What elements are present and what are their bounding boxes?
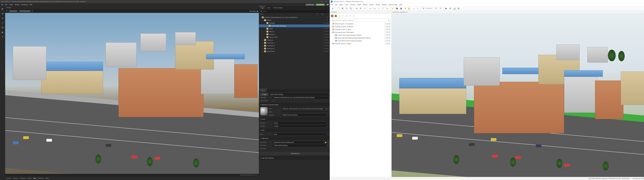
- minimize-button[interactable]: ─: [314, 0, 318, 3]
- pointer-tool[interactable]: ➤: [331, 7, 334, 10]
- layer-checkbox[interactable]: [387, 40, 388, 41]
- eye-icon[interactable]: 👁: [323, 36, 324, 38]
- menu-terrains[interactable]: Terrains: [350, 4, 355, 5]
- expand-icon[interactable]: ▸: [331, 23, 332, 24]
- texture-tool[interactable]: ▦: [399, 7, 403, 10]
- chevron-icon[interactable]: ▸: [265, 36, 266, 38]
- circle-tool[interactable]: ○: [377, 7, 380, 10]
- menu-window[interactable]: Window: [15, 4, 20, 5]
- expand-icon[interactable]: ▸: [334, 37, 334, 39]
- tree-row[interactable]: ▸Lights👁XForm: [259, 27, 330, 30]
- locate-icon[interactable]: ⊙: [328, 108, 328, 110]
- menu-arcgis-urban[interactable]: ArcGIS Urban: [388, 4, 397, 5]
- scale-tool[interactable]: ⤢: [363, 7, 366, 10]
- layer-checkbox[interactable]: [385, 40, 386, 41]
- layer-row[interactable]: ▾Proposals (3 layers | 659 objects): [330, 31, 392, 34]
- layer-checkbox[interactable]: [387, 29, 388, 30]
- kind-header[interactable]: ▾ Kind: [259, 129, 330, 132]
- chevron-icon[interactable]: ▸: [267, 25, 268, 27]
- filter-icon[interactable]: ▾: [328, 11, 328, 12]
- move-tool[interactable]: ⇔: [355, 7, 358, 10]
- chevron-icon[interactable]: ▸: [262, 39, 264, 41]
- layer-checkbox[interactable]: [385, 43, 386, 44]
- tab-render-settings[interactable]: Render Settings: [272, 6, 284, 9]
- goto-icon[interactable]: ➜: [325, 108, 326, 110]
- reset-icon[interactable]: ↺: [328, 145, 328, 146]
- grid-icon[interactable]: ⊞: [457, 7, 460, 10]
- menu-rendering[interactable]: Rendering: [21, 4, 28, 5]
- purpose-dropdown[interactable]: default▾: [273, 122, 328, 124]
- tree-row[interactable]: ▸Streets_3👁XForm: [259, 33, 330, 36]
- eye-icon[interactable]: 👁: [323, 31, 324, 32]
- layer-checkbox[interactable]: [389, 26, 390, 27]
- layer-checkbox[interactable]: [385, 37, 386, 39]
- redo-button[interactable]: ↷: [438, 7, 442, 10]
- eye-icon[interactable]: 👁: [323, 45, 324, 46]
- rotate-tool[interactable]: ↻: [0, 16, 5, 20]
- menu-file[interactable]: File: [331, 4, 333, 5]
- scenario-3[interactable]: 3: [345, 14, 348, 17]
- stage-tree[interactable]: ▸Redlands_Redevelopment_Doc_Demo (defaul…: [259, 16, 330, 89]
- minimize-button[interactable]: ─: [644, 0, 644, 3]
- references-header[interactable]: ▾ References: [259, 137, 330, 140]
- tree-row[interactable]: ▸Proposals_3👁XForm: [259, 44, 330, 47]
- tab-samples[interactable]: Samples: [20, 178, 26, 179]
- kind-dropdown[interactable]: group▾: [273, 133, 328, 135]
- scenario-default[interactable]: ○: [331, 14, 334, 17]
- tree-row[interactable]: ▸Buildings👁XForm: [259, 22, 330, 24]
- layer-icon[interactable]: ▦: [257, 10, 258, 12]
- tab-materials[interactable]: Materials: [38, 178, 44, 179]
- frame-tool[interactable]: ⛶: [336, 7, 340, 10]
- add-reference-button[interactable]: ＋ Add Reference: [260, 152, 329, 155]
- viewport-tab[interactable]: Viewport: [6, 7, 11, 8]
- scenario-4[interactable]: 4: [349, 14, 352, 17]
- locate-icon[interactable]: ⊙: [328, 142, 328, 143]
- layer-checkbox[interactable]: [389, 34, 390, 36]
- eye-icon[interactable]: 👁: [327, 19, 328, 21]
- freehand-tool[interactable]: ∿: [385, 7, 389, 10]
- maximize-button[interactable]: ☐: [319, 0, 324, 3]
- layer-checkbox[interactable]: [387, 31, 388, 33]
- move-tool[interactable]: ✥: [0, 11, 5, 16]
- menu-edit[interactable]: Edit: [5, 4, 7, 5]
- scene-search[interactable]: Search for layers, objects or attributes…: [330, 19, 391, 22]
- tab-layer[interactable]: Layer: [266, 6, 272, 9]
- live-sync-badge[interactable]: LIVE SYNC:: [316, 4, 325, 6]
- material-preview[interactable]: [260, 107, 268, 115]
- eye-icon[interactable]: 👁: [6, 10, 8, 12]
- layer-row[interactable]: ▸Streets with Redevelopment Model (share…: [330, 36, 392, 39]
- menu-file[interactable]: File: [1, 4, 3, 5]
- tab-console[interactable]: Console: [13, 178, 18, 179]
- add-button[interactable]: ＋ Add: [260, 93, 268, 96]
- eye-icon[interactable]: 👁: [323, 28, 324, 29]
- layer-row[interactable]: ▸Proposals (2 layers | 20 objects): [330, 25, 392, 28]
- layer-checkbox[interactable]: [387, 23, 388, 24]
- expand-icon[interactable]: ▸: [331, 29, 332, 30]
- tab-stage[interactable]: Stage: [259, 6, 266, 9]
- root-layer-label[interactable]: Root Layer: [249, 10, 256, 12]
- layer-checkbox[interactable]: [389, 40, 390, 41]
- layer-checkbox[interactable]: [385, 26, 386, 27]
- scene-tab[interactable]: 📋 Scene ✕: [330, 11, 392, 14]
- tree-row[interactable]: ▸Proposals_4👁XForm: [259, 47, 330, 50]
- chevron-icon[interactable]: ▸: [265, 31, 266, 32]
- layer-checkbox[interactable]: [385, 29, 386, 30]
- chevron-icon[interactable]: ▸: [265, 28, 266, 30]
- eye-icon[interactable]: 👁: [323, 39, 324, 41]
- street-tool[interactable]: ≡: [404, 7, 407, 10]
- model-tool[interactable]: ⬢: [395, 7, 399, 10]
- tab-mesh[interactable]: Mesh: [46, 178, 49, 179]
- scenario-2[interactable]: 2: [342, 14, 344, 17]
- view-tab-3d[interactable]: 🖵 3D View - Scenario 1 ✕: [392, 11, 408, 13]
- tree-row[interactable]: ▸Terrain_DTM👁XForm: [259, 36, 330, 39]
- viewport-3d[interactable]: [5, 13, 259, 174]
- tree-row[interactable]: ▸CyberCity3D_Buildings👁XForm: [259, 24, 330, 27]
- chevron-icon[interactable]: ▸: [262, 48, 264, 49]
- layer-checkbox[interactable]: [387, 37, 388, 39]
- live-sync-toggle[interactable]: [326, 4, 329, 5]
- tab-property[interactable]: Property: [259, 89, 267, 92]
- menu-create[interactable]: Create: [9, 4, 13, 5]
- layer-row[interactable]: ▸Custom Block Parcels (shared) (4 object…: [330, 39, 392, 42]
- ref-prim[interactable]: /CyberCity3D_Buildings: [273, 144, 326, 147]
- eye-icon[interactable]: 👁: [323, 22, 324, 24]
